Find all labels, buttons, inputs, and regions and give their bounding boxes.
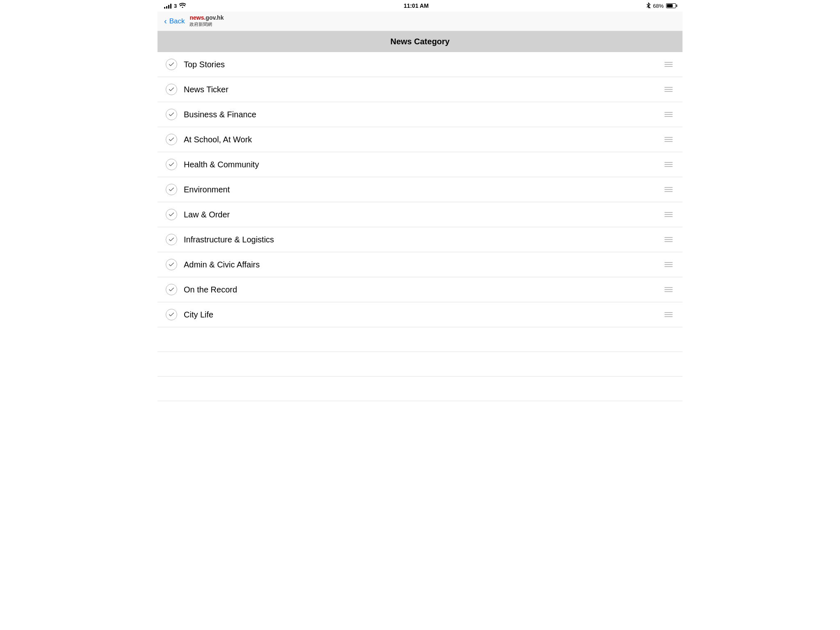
page-header: News Category — [158, 31, 682, 52]
check-circle-2 — [166, 109, 177, 120]
check-circle-7 — [166, 234, 177, 245]
category-item[interactable]: Law & Order — [158, 202, 682, 227]
nav-bar: ‹ Back news.gov.hk 政府新聞網 — [158, 11, 682, 31]
category-item[interactable]: On the Record — [158, 277, 682, 302]
item-left-8: Admin & Civic Affairs — [166, 259, 260, 270]
time-display: 11:01 AM — [404, 2, 429, 9]
category-label-0: Top Stories — [184, 60, 225, 69]
category-label-10: City Life — [184, 310, 213, 320]
drag-handle-9[interactable] — [663, 285, 674, 294]
item-left-5: Environment — [166, 184, 230, 195]
drag-handle-10[interactable] — [663, 310, 674, 319]
item-left-7: Infrastructure & Logistics — [166, 234, 274, 245]
category-item[interactable]: Infrastructure & Logistics — [158, 227, 682, 252]
category-item[interactable]: Environment — [158, 177, 682, 202]
category-label-1: News Ticker — [184, 85, 228, 94]
category-list: Top Stories News Ticker Business & Finan… — [158, 52, 682, 327]
check-circle-5 — [166, 184, 177, 195]
category-item[interactable]: At School, At Work — [158, 127, 682, 152]
logo-subtitle: 政府新聞網 — [189, 21, 224, 27]
status-left: 3 — [164, 3, 186, 9]
logo-area: news.gov.hk 政府新聞網 — [189, 15, 224, 27]
bluetooth-icon — [646, 2, 651, 9]
page-title: News Category — [158, 37, 682, 46]
category-label-4: Health & Community — [184, 160, 259, 169]
drag-handle-5[interactable] — [663, 185, 674, 194]
wifi-icon — [179, 3, 186, 9]
category-label-7: Infrastructure & Logistics — [184, 235, 274, 244]
back-label: Back — [169, 17, 185, 25]
status-bar: 3 11:01 AM 68% — [158, 0, 682, 11]
category-label-9: On the Record — [184, 285, 237, 294]
item-left-0: Top Stories — [166, 59, 225, 70]
check-circle-8 — [166, 259, 177, 270]
category-label-8: Admin & Civic Affairs — [184, 260, 260, 269]
drag-handle-4[interactable] — [663, 160, 674, 169]
category-label-2: Business & Finance — [184, 110, 256, 119]
status-right: 68% — [646, 2, 676, 9]
item-left-3: At School, At Work — [166, 134, 252, 145]
item-left-4: Health & Community — [166, 159, 259, 170]
category-label-5: Environment — [184, 185, 230, 194]
check-circle-3 — [166, 134, 177, 145]
item-left-9: On the Record — [166, 284, 237, 295]
drag-handle-7[interactable] — [663, 235, 674, 244]
category-item[interactable]: Health & Community — [158, 152, 682, 177]
check-circle-1 — [166, 84, 177, 95]
category-item[interactable]: Business & Finance — [158, 102, 682, 127]
logo-news: news — [189, 14, 204, 21]
category-item[interactable]: Top Stories — [158, 52, 682, 77]
check-circle-9 — [166, 284, 177, 295]
item-left-2: Business & Finance — [166, 109, 256, 120]
signal-icon — [164, 3, 171, 9]
empty-section-2 — [158, 352, 682, 377]
back-chevron-icon: ‹ — [164, 16, 167, 26]
logo-govhk: .gov.hk — [204, 14, 224, 21]
check-circle-10 — [166, 309, 177, 320]
category-item[interactable]: City Life — [158, 302, 682, 327]
category-item[interactable]: Admin & Civic Affairs — [158, 252, 682, 277]
category-item[interactable]: News Ticker — [158, 77, 682, 102]
battery-percent: 68% — [653, 3, 664, 9]
drag-handle-6[interactable] — [663, 210, 674, 219]
drag-handle-0[interactable] — [663, 60, 674, 68]
drag-handle-1[interactable] — [663, 85, 674, 94]
check-circle-4 — [166, 159, 177, 170]
empty-section-3 — [158, 377, 682, 401]
carrier-label: 3 — [174, 3, 177, 9]
check-circle-0 — [166, 59, 177, 70]
back-button[interactable]: ‹ Back — [164, 16, 185, 26]
logo-text: news.gov.hk — [189, 15, 224, 21]
item-left-10: City Life — [166, 309, 213, 320]
item-left-1: News Ticker — [166, 84, 228, 95]
drag-handle-8[interactable] — [663, 260, 674, 269]
item-left-6: Law & Order — [166, 209, 230, 220]
category-label-3: At School, At Work — [184, 135, 252, 144]
battery-icon — [666, 3, 676, 8]
empty-section-1 — [158, 327, 682, 352]
category-label-6: Law & Order — [184, 210, 230, 219]
drag-handle-3[interactable] — [663, 135, 674, 144]
drag-handle-2[interactable] — [663, 110, 674, 119]
check-circle-6 — [166, 209, 177, 220]
